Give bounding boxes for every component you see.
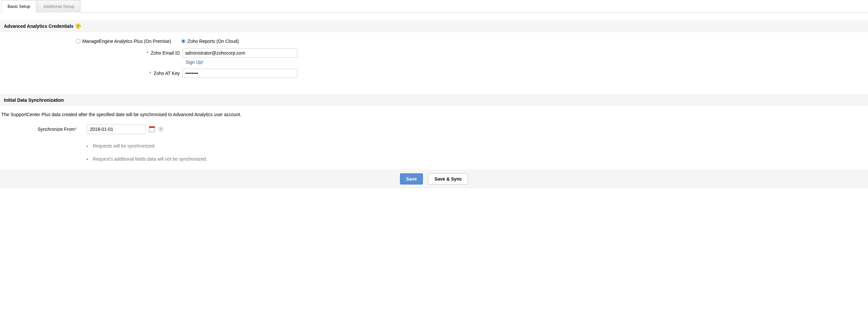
help-icon[interactable]: ? bbox=[158, 126, 163, 132]
section-title-sync: Initial Data Synchronization bbox=[4, 97, 64, 103]
signup-row: Sign Up! bbox=[186, 60, 864, 65]
sync-note: Requests will be synchronized. bbox=[92, 143, 868, 148]
radio-on-cloud-label: Zoho Reports (On Cloud) bbox=[188, 38, 239, 44]
radio-on-cloud[interactable]: Zoho Reports (On Cloud) bbox=[181, 38, 239, 44]
calendar-icon[interactable] bbox=[149, 126, 155, 132]
signup-link[interactable]: Sign Up! bbox=[186, 60, 203, 65]
label-sync-from: Synchronize From* bbox=[38, 126, 78, 132]
save-sync-button[interactable]: Save & Sync bbox=[428, 173, 468, 184]
radio-on-premise-label: ManageEngine Analytics Plus (On Premise) bbox=[82, 38, 171, 44]
required-marker: * bbox=[75, 126, 76, 132]
row-sync-from: Synchronize From* ? bbox=[38, 124, 868, 134]
analytics-type-radio-group: ManageEngine Analytics Plus (On Premise)… bbox=[76, 38, 864, 44]
row-zoho-email: * Zoho Email ID bbox=[4, 49, 864, 58]
radio-icon bbox=[181, 39, 186, 44]
zoho-email-input[interactable] bbox=[182, 49, 298, 58]
tab-additional-setup[interactable]: Additional Setup bbox=[37, 0, 81, 12]
required-marker: * bbox=[149, 71, 151, 76]
sync-notes-list: Requests will be synchronized. Request's… bbox=[92, 143, 868, 162]
section-header-sync: Initial Data Synchronization bbox=[0, 94, 868, 106]
section-title-credentials: Advanced Analytics Credentials bbox=[4, 24, 73, 29]
tab-basic-setup[interactable]: Basic Setup bbox=[1, 0, 36, 12]
section-header-credentials: Advanced Analytics Credentials ? bbox=[0, 20, 868, 32]
label-zoho-email: * Zoho Email ID bbox=[4, 50, 182, 56]
label-zoho-atkey: * Zoho AT Key bbox=[4, 71, 182, 76]
required-marker: * bbox=[147, 50, 148, 56]
save-button[interactable]: Save bbox=[400, 173, 423, 184]
radio-on-premise[interactable]: ManageEngine Analytics Plus (On Premise) bbox=[76, 38, 171, 44]
row-zoho-atkey: * Zoho AT Key bbox=[4, 69, 864, 78]
sync-note: Request's additional fields data will no… bbox=[92, 156, 868, 162]
sync-from-input[interactable] bbox=[87, 124, 146, 134]
zoho-atkey-input[interactable] bbox=[182, 69, 298, 78]
credentials-form: ManageEngine Analytics Plus (On Premise)… bbox=[0, 32, 868, 86]
radio-icon bbox=[76, 39, 81, 44]
label-text-zoho-email: Zoho Email ID bbox=[151, 50, 180, 56]
help-icon[interactable]: ? bbox=[75, 24, 81, 29]
tabs-bar: Basic Setup Additional Setup bbox=[0, 0, 868, 12]
sync-description: The SupportCenter Plus data created afte… bbox=[0, 106, 868, 118]
label-text-zoho-atkey: Zoho AT Key bbox=[154, 71, 180, 76]
label-text-sync-from: Synchronize From bbox=[38, 126, 75, 132]
button-bar: Save Save & Sync bbox=[0, 169, 868, 189]
